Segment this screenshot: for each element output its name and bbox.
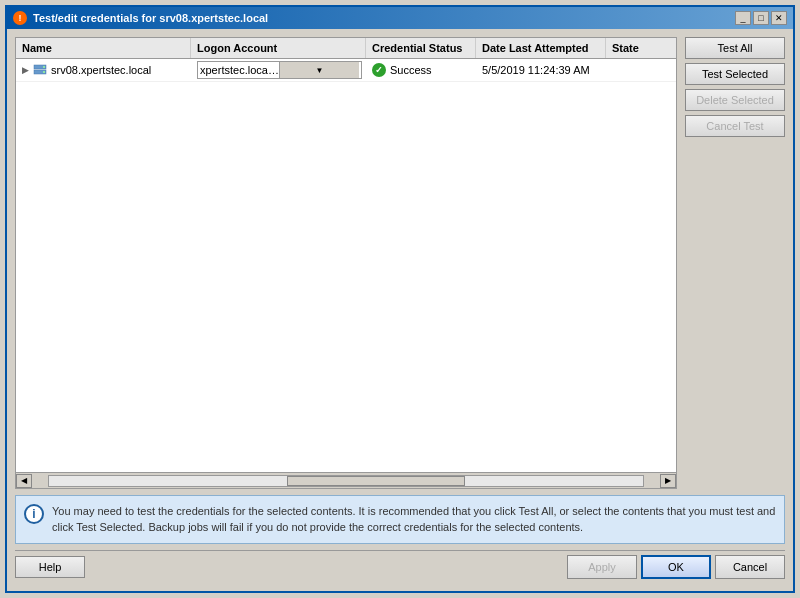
info-text: You may need to test the credentials for… — [52, 504, 776, 535]
test-selected-button[interactable]: Test Selected — [685, 63, 785, 85]
svg-point-2 — [43, 66, 45, 68]
window-title: Test/edit credentials for srv08.xpertste… — [33, 12, 268, 24]
window-content: Name Logon Account Credential Status Dat… — [7, 29, 793, 591]
success-icon: ✓ — [372, 63, 386, 77]
delete-selected-button[interactable]: Delete Selected — [685, 89, 785, 111]
window-icon: ! — [13, 11, 27, 25]
table-row[interactable]: ▶ srv08.xpertstec.local — [16, 59, 676, 82]
bottom-left-buttons: Help — [15, 556, 85, 578]
scroll-left-button[interactable]: ◀ — [16, 474, 32, 488]
main-window: ! Test/edit credentials for srv08.xperts… — [5, 5, 795, 593]
table-body[interactable]: ▶ srv08.xpertstec.local — [16, 59, 676, 472]
title-bar: ! Test/edit credentials for srv08.xperts… — [7, 7, 793, 29]
test-all-button[interactable]: Test All — [685, 37, 785, 59]
cell-date: 5/5/2019 11:24:39 AM — [476, 62, 606, 78]
horizontal-scrollbar[interactable]: ◀ ▶ — [16, 472, 676, 488]
ok-button[interactable]: OK — [641, 555, 711, 579]
help-button[interactable]: Help — [15, 556, 85, 578]
scroll-right-button[interactable]: ▶ — [660, 474, 676, 488]
scrollbar-track[interactable] — [48, 475, 644, 487]
logon-dropdown[interactable]: xpertstec.local\administra... ▼ — [197, 61, 362, 79]
title-bar-left: ! Test/edit credentials for srv08.xperts… — [13, 11, 268, 25]
bottom-bar: Help Apply OK Cancel — [15, 550, 785, 583]
minimize-button[interactable]: _ — [735, 11, 751, 25]
apply-button[interactable]: Apply — [567, 555, 637, 579]
col-header-status[interactable]: Credential Status — [366, 38, 476, 58]
cancel-test-button[interactable]: Cancel Test — [685, 115, 785, 137]
col-header-name[interactable]: Name — [16, 38, 191, 58]
dropdown-arrow-icon: ▼ — [279, 62, 359, 78]
expand-arrow-icon[interactable]: ▶ — [22, 65, 29, 75]
main-area: Name Logon Account Credential Status Dat… — [15, 37, 785, 489]
maximize-button[interactable]: □ — [753, 11, 769, 25]
close-button[interactable]: ✕ — [771, 11, 787, 25]
col-header-date[interactable]: Date Last Attempted — [476, 38, 606, 58]
server-name: srv08.xpertstec.local — [51, 64, 151, 76]
table-header: Name Logon Account Credential Status Dat… — [16, 38, 676, 59]
server-icon — [33, 63, 47, 77]
info-icon: i — [24, 504, 44, 524]
cell-status: ✓ Success — [366, 61, 476, 79]
cell-logon: xpertstec.local\administra... ▼ — [191, 59, 366, 81]
cancel-button[interactable]: Cancel — [715, 555, 785, 579]
right-buttons: Test All Test Selected Delete Selected C… — [685, 37, 785, 489]
status-text: Success — [390, 64, 432, 76]
cell-name: ▶ srv08.xpertstec.local — [16, 61, 191, 79]
table-area: Name Logon Account Credential Status Dat… — [15, 37, 677, 489]
col-header-state[interactable]: State — [606, 38, 666, 58]
info-box: i You may need to test the credentials f… — [15, 495, 785, 544]
cell-state — [606, 68, 666, 72]
scrollbar-thumb[interactable] — [287, 476, 465, 486]
svg-point-3 — [43, 71, 45, 73]
title-buttons: _ □ ✕ — [735, 11, 787, 25]
bottom-right-buttons: Apply OK Cancel — [567, 555, 785, 579]
col-header-logon[interactable]: Logon Account — [191, 38, 366, 58]
